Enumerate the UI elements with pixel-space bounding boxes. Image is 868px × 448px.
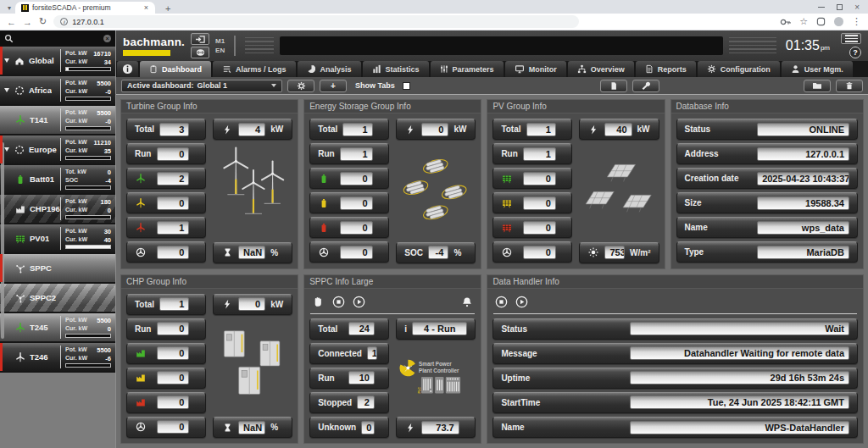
add-dashboard-button[interactable]: + — [320, 80, 347, 92]
lightning-icon — [221, 124, 233, 135]
window-close-button[interactable]: × — [854, 3, 860, 12]
tree-item-batt01[interactable]: Batt01Tot. kW0SOC-4 — [0, 165, 115, 193]
tree-item-sppc[interactable]: SPPC — [0, 254, 115, 282]
browser-tab[interactable]: forsiteSCADA - premium × — [15, 2, 155, 14]
delete-dashboard-button[interactable] — [836, 80, 863, 92]
tree-item-label: Africa — [29, 86, 52, 95]
chevron-down-icon[interactable] — [4, 88, 9, 92]
tree-item-values: Pot. kW16710Cur. kW34 — [60, 49, 114, 72]
stat-value: 2 — [357, 395, 375, 409]
value-label: Cur. kW — [65, 58, 87, 66]
reload-icon[interactable]: ↻ — [39, 16, 47, 27]
tab-reports[interactable]: Reports — [636, 61, 696, 77]
tab-configuration[interactable]: Configuration — [698, 61, 780, 77]
stop-button[interactable] — [495, 296, 508, 308]
irradiance-unit: W/m² — [630, 248, 650, 257]
tree-item-values: Pot. kW5500Cur. kW-6 — [60, 346, 114, 368]
alarm-bell-icon[interactable] — [461, 296, 473, 308]
tab-search-icon[interactable]: ▾ — [3, 3, 15, 14]
tree-item-t246[interactable]: T246Pot. kW5500Cur. kW-6 — [0, 343, 115, 371]
info-tab[interactable] — [117, 61, 138, 77]
stat-row: 0 — [309, 168, 389, 189]
value-label: Pot. kW — [65, 80, 87, 87]
tab-dashboard[interactable]: Dashboard — [140, 61, 211, 77]
tab-alarms-logs[interactable]: Alarms / Logs — [213, 61, 296, 77]
manual-mode-icon[interactable] — [312, 296, 325, 308]
header-grille-right — [729, 37, 776, 54]
menu-icon[interactable] — [841, 33, 861, 44]
field-row-status: StatusWait — [492, 318, 858, 340]
value-label: Pot. kW — [65, 139, 87, 147]
play-button[interactable] — [353, 296, 365, 308]
dashboard-settings-button[interactable] — [287, 80, 314, 92]
window-minimize-button[interactable] — [818, 7, 825, 8]
stat-value: 24 — [348, 322, 375, 335]
bookmark-star-icon[interactable]: ☆ — [799, 16, 808, 27]
chevron-down-icon[interactable] — [4, 147, 9, 152]
tree-search-input[interactable] — [17, 35, 100, 43]
tree-item-t245[interactable]: T245Pot. kW5500Cur. kW0 — [0, 313, 115, 341]
play-button[interactable] — [515, 296, 528, 308]
tab-analysis[interactable]: Analysis — [298, 61, 361, 77]
tree-item-t141[interactable]: T141Pot. kW5500Cur. kW-0 — [0, 106, 115, 134]
export-dashboard-button[interactable] — [600, 80, 627, 92]
stop-button[interactable] — [332, 296, 345, 308]
show-tabs-checkbox[interactable] — [403, 82, 410, 90]
panel-chp-group-info: CHP Group Info Total1Run00000 0 kW — [120, 274, 298, 445]
stat-value: 0 — [157, 322, 190, 335]
stat-value: 0 — [340, 196, 373, 210]
login-button[interactable] — [191, 33, 209, 45]
tree-item-europe[interactable]: EuropePot. kW11210Cur. kW35 — [0, 136, 115, 163]
tab-overview[interactable]: Overview — [568, 61, 634, 77]
help-button[interactable]: ? — [849, 47, 861, 58]
url-field[interactable]: i 127.0.0.1 — [53, 15, 579, 28]
module-label: M1 — [215, 38, 225, 45]
lightning-icon — [404, 124, 416, 135]
field-row-name: Namewps_data — [676, 217, 858, 238]
tree-item-sppc2[interactable]: SPPC2 — [0, 284, 115, 312]
tab-monitor[interactable]: Monitor — [505, 61, 566, 77]
stat-row: 0 — [309, 192, 389, 213]
panel-separator — [310, 313, 475, 314]
forward-icon[interactable]: → — [23, 17, 32, 27]
battery-status-icon — [318, 198, 330, 208]
value-number: 0 — [108, 325, 111, 333]
tree-item-global[interactable]: GlobalPot. kW16710Cur. kW34 — [0, 47, 115, 75]
tree-item-chp196[interactable]: CHP196Pot. kW180Cur. kW0 — [0, 195, 115, 223]
tab-label: Configuration — [721, 65, 771, 74]
active-dashboard-select[interactable]: Active dashboard: Global 1 — [121, 80, 282, 92]
language-button[interactable] — [191, 47, 209, 58]
power-bar — [65, 67, 111, 71]
chevron-down-icon[interactable] — [4, 58, 9, 63]
tab-groups-icon[interactable] — [816, 17, 826, 26]
tree-item-pv01[interactable]: PV01Pot. kW30Cur. kW40 — [0, 224, 115, 252]
open-dashboard-button[interactable] — [804, 80, 831, 92]
window-maximize-button[interactable] — [837, 4, 843, 10]
tree-item-values: Pot. kW180Cur. kW0 — [60, 197, 114, 220]
close-tab-icon[interactable]: × — [143, 3, 149, 12]
tab-label: Statistics — [386, 65, 420, 74]
stat-label: Stopped — [318, 398, 352, 407]
passkey-icon[interactable] — [780, 18, 791, 26]
url-text: 127.0.0.1 — [72, 18, 104, 26]
back-icon[interactable]: ← — [7, 17, 16, 27]
browser-menu-icon[interactable]: ⋮ — [852, 16, 861, 27]
sppc-icon — [14, 263, 26, 274]
clock-meridiem: pm — [821, 44, 830, 52]
availability-value: NaN — [238, 421, 265, 434]
value-label: Pot. kW — [65, 50, 87, 58]
stat-row: Connected12 — [309, 343, 389, 364]
tab-parameters[interactable]: Parameters — [431, 61, 504, 77]
new-tab-button[interactable]: + — [162, 3, 174, 14]
clear-search-icon[interactable]: × — [103, 35, 111, 42]
tree-item-africa[interactable]: AfricaPot. kW5500Cur. kW-0 — [0, 76, 115, 104]
value-number: -0 — [105, 118, 111, 125]
profile-avatar[interactable] — [834, 17, 843, 26]
tree-item-label: PV01 — [30, 234, 49, 243]
tab-user-mgmt[interactable]: User Mgm. — [782, 61, 853, 77]
edit-dashboard-button[interactable] — [632, 80, 659, 92]
stat-value: 12 — [367, 346, 377, 360]
stat-label: Total — [318, 124, 337, 134]
site-info-icon[interactable]: i — [60, 18, 68, 25]
tab-statistics[interactable]: Statistics — [363, 61, 429, 77]
